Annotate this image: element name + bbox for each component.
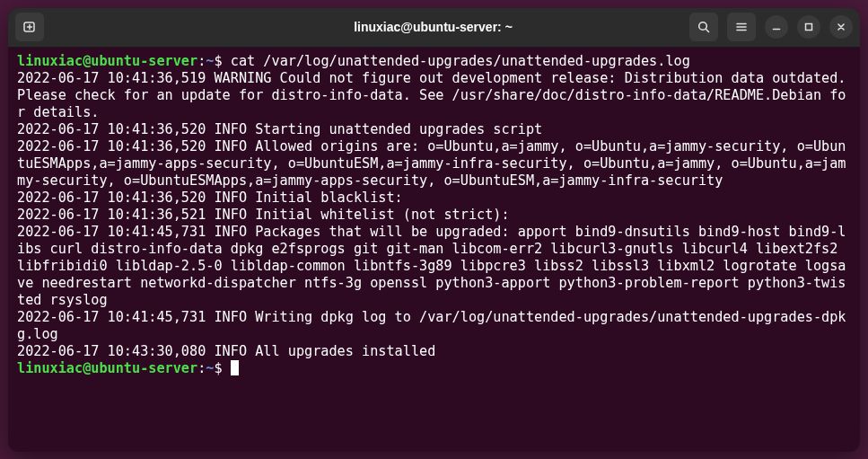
maximize-button[interactable] [797,15,820,39]
minimize-icon [770,21,783,33]
minimize-button[interactable] [765,15,788,39]
search-icon [697,20,711,34]
window-title: linuxiac@ubuntu-server: ~ [177,20,689,34]
titlebar-left-controls [15,13,177,41]
command-text [223,53,231,69]
terminal-output[interactable]: linuxiac@ubuntu-server:~$ cat /var/log/u… [8,48,860,452]
titlebar: linuxiac@ubuntu-server: ~ [8,8,860,48]
log-output: 2022-06-17 10:41:36,519 WARNING Could no… [17,70,855,359]
maximize-icon [802,21,815,33]
prompt-dollar: $ [214,53,222,69]
command: cat /var/log/unattended-upgrades/unatten… [231,53,690,69]
prompt-user-host: linuxiac@ubuntu-server [17,53,197,69]
menu-button[interactable] [727,13,756,41]
search-button[interactable] [689,13,718,41]
svg-rect-2 [806,24,812,31]
hamburger-icon [734,20,749,34]
new-tab-icon [22,20,37,34]
prompt-separator: : [197,53,206,69]
prompt-separator-2: : [197,360,206,376]
prompt-dollar-2: $ [214,360,222,376]
close-icon [835,21,847,33]
prompt-user-host-2: linuxiac@ubuntu-server [17,360,197,376]
terminal-window: linuxiac@ubuntu-server: ~ [8,8,860,452]
new-tab-button[interactable] [15,13,44,41]
cursor [231,360,239,375]
titlebar-right-controls [689,13,853,41]
close-button[interactable] [829,15,853,39]
